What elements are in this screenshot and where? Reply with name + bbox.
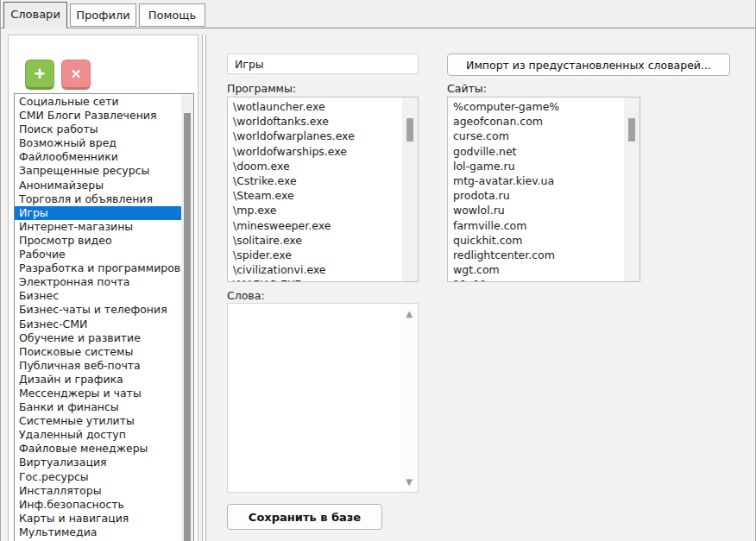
tab-dictionaries[interactable]: Словари (3, 2, 67, 28)
words-field-wrap: ▲ ▼ (227, 303, 419, 493)
category-item[interactable]: Мультимедиа (15, 525, 181, 539)
category-item[interactable]: СМИ Блоги Развлечения (15, 109, 181, 123)
program-item[interactable]: \minesweeper.exe (228, 218, 402, 233)
program-item[interactable]: \Steam.exe (228, 188, 402, 203)
category-item[interactable]: Возможный вред (15, 136, 181, 150)
category-item[interactable]: Банки и финансы (15, 400, 181, 414)
category-item[interactable]: Интернет-магазины (15, 220, 181, 234)
site-item[interactable]: godville.net (448, 144, 624, 159)
category-listbox: Социальные сетиСМИ Блоги РазвлеченияПоис… (14, 93, 194, 541)
programs-list: \wotlauncher.exe\worldoftanks.exe\worldo… (228, 99, 402, 281)
words-textarea[interactable] (228, 304, 397, 492)
site-item[interactable]: farmville.com (448, 218, 624, 233)
sites-scrollbar-thumb[interactable] (628, 118, 635, 142)
category-item[interactable]: Анонимайзеры (15, 179, 181, 192)
category-item[interactable]: Файловые менеджеры (15, 442, 181, 456)
program-item[interactable]: \civilizationvi.exe (228, 262, 402, 277)
category-item[interactable]: Бизнес-СМИ (15, 318, 181, 331)
panel-splitter (202, 35, 206, 541)
sites-list: %computer-game%ageofconan.comcurse.comgo… (448, 99, 624, 281)
site-item[interactable]: mtg-avatar.kiev.ua (448, 173, 624, 188)
programs-scrollbar-thumb[interactable] (406, 118, 413, 142)
category-item[interactable]: Запрещенные ресурсы (15, 164, 181, 178)
import-dictionaries-button[interactable]: Импорт из предустановленных словарей... (447, 53, 730, 76)
tab-bar: Словари Профили Помощь (1, 0, 755, 28)
dictionary-name-input[interactable] (227, 53, 419, 74)
category-item[interactable]: Дизайн и графика (15, 373, 181, 387)
category-item[interactable]: Инф.безопасность (15, 498, 181, 512)
delete-category-button[interactable]: ✕ (61, 60, 91, 90)
sites-scrollbar[interactable] (624, 98, 639, 281)
words-label: Слова: (227, 289, 265, 302)
site-item[interactable]: prodota.ru (448, 188, 624, 203)
sites-listbox: %computer-game%ageofconan.comcurse.comgo… (447, 97, 640, 282)
category-item[interactable]: Рабочие (15, 248, 181, 261)
program-item[interactable]: \worldofwarships.exe (228, 144, 402, 159)
category-item[interactable]: Инсталляторы (15, 484, 181, 498)
site-item[interactable]: wowlol.ru (448, 203, 624, 217)
site-item[interactable]: 11x11.ru (448, 277, 624, 281)
program-item[interactable]: \solitaire.exe (228, 233, 402, 248)
tab-help[interactable]: Помощь (139, 3, 205, 27)
program-item[interactable]: \doom.exe (228, 159, 402, 173)
site-item[interactable]: lol-game.ru (448, 159, 624, 173)
scroll-down-icon[interactable]: ▼ (400, 477, 418, 487)
category-item[interactable]: Мессенджеры и чаты (15, 387, 181, 400)
category-item[interactable]: Разработка и программирование (15, 261, 181, 275)
category-item[interactable]: Поисковые системы (15, 345, 181, 359)
program-item[interactable]: \MAFIA3.EXE (228, 277, 402, 281)
site-item[interactable]: curse.com (448, 129, 624, 143)
programs-label: Программы: (227, 82, 296, 95)
category-item[interactable]: Обучение и развитие (15, 331, 181, 345)
category-item[interactable]: Бизнес (15, 289, 181, 303)
category-item[interactable]: Просмотр видео (15, 234, 181, 248)
scroll-up-icon[interactable]: ▲ (400, 309, 418, 318)
category-item[interactable]: Бизнес-чаты и телефония (15, 303, 181, 317)
site-item[interactable]: redlightcenter.com (448, 248, 624, 262)
category-item[interactable]: Публичная веб-почта (15, 359, 181, 373)
site-item[interactable]: ageofconan.com (448, 114, 624, 129)
sites-label: Сайты: (447, 82, 487, 95)
site-item[interactable]: %computer-game% (448, 99, 624, 114)
app-window: Словари Профили Помощь + ✕ Социальные се… (0, 0, 756, 541)
program-item[interactable]: \mp.exe (228, 203, 402, 217)
category-list: Социальные сетиСМИ Блоги РазвлеченияПоис… (15, 95, 181, 541)
save-button[interactable]: Сохранить в базе (227, 504, 382, 530)
category-item[interactable]: Игры (15, 206, 181, 220)
category-item[interactable]: Виртуализация (15, 456, 181, 469)
plus-icon: + (35, 63, 46, 85)
program-item[interactable]: \Cstrike.exe (228, 173, 402, 188)
category-scrollbar[interactable] (181, 94, 193, 541)
category-scrollbar-thumb[interactable] (184, 113, 191, 541)
category-item[interactable]: Социальные сети (15, 95, 181, 109)
add-category-button[interactable]: + (25, 60, 54, 90)
category-item[interactable]: Гос.ресурсы (15, 470, 181, 484)
category-item[interactable]: Системные утилиты (15, 414, 181, 428)
category-panel: + ✕ Социальные сетиСМИ Блоги Развлечения… (8, 35, 198, 541)
category-item[interactable]: Карты и навигация (15, 512, 181, 525)
program-item[interactable]: \wotlauncher.exe (228, 99, 402, 114)
category-item[interactable]: Электронная почта (15, 275, 181, 289)
programs-listbox: \wotlauncher.exe\worldoftanks.exe\worldo… (227, 97, 419, 282)
program-item[interactable]: \worldofwarplanes.exe (228, 129, 402, 143)
category-item[interactable]: Поиск работы (15, 123, 181, 136)
site-item[interactable]: quickhit.com (448, 233, 624, 248)
site-item[interactable]: wgt.com (448, 262, 624, 277)
programs-scrollbar[interactable] (402, 98, 418, 281)
x-icon: ✕ (71, 66, 82, 81)
category-item[interactable]: Файлообменники (15, 150, 181, 164)
category-item[interactable]: Удаленный доступ (15, 428, 181, 442)
words-scrollbar[interactable]: ▲ ▼ (400, 304, 418, 492)
program-item[interactable]: \worldoftanks.exe (228, 114, 402, 129)
program-item[interactable]: \spider.exe (228, 248, 402, 262)
category-item[interactable]: Торговля и объявления (15, 192, 181, 206)
tab-profiles[interactable]: Профили (70, 3, 136, 27)
